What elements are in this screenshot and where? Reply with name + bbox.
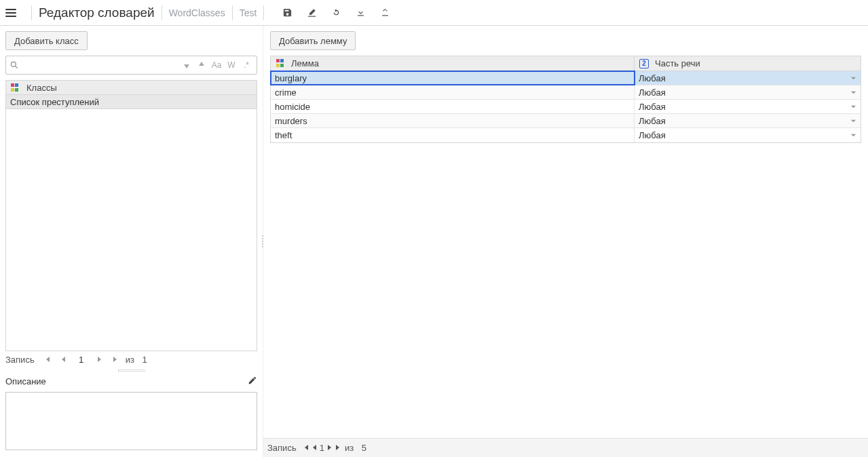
left-panel: Добавить класс Aa W .* Классы Список пре… [0,26,263,457]
erase-icon[interactable] [299,3,324,23]
breadcrumb-leaf[interactable]: Test [240,7,257,18]
chevron-down-icon[interactable] [850,73,856,83]
pager-of-prefix: из [126,355,134,365]
col-header-lemma-label: Лемма [291,58,319,68]
pager-next-button[interactable] [327,443,333,453]
class-row[interactable]: Список преступлений [6,95,257,108]
right-body [270,143,861,438]
lemma-cell[interactable]: homicide [271,100,635,113]
pager-first-button[interactable] [302,443,309,453]
lemma-cell[interactable]: theft [271,128,635,142]
lemma-cell[interactable]: burglary [271,71,635,85]
chevron-down-icon[interactable] [850,116,856,126]
breadcrumb-root[interactable]: WordClasses [169,7,225,18]
pos-value: Любая [639,87,666,98]
lemma-cell[interactable]: murders [271,114,635,127]
pager-first-button[interactable] [40,353,54,366]
sort-desc-button[interactable] [179,58,194,73]
pos-cell[interactable]: Любая [635,71,861,85]
match-case-toggle[interactable]: Aa [209,58,224,73]
col-header-lemma[interactable]: Лемма [271,56,635,71]
classes-body [5,109,257,351]
pos-cell[interactable]: Любая [635,114,861,127]
lemma-cell[interactable]: crime [271,85,635,99]
lemma-row[interactable]: theftЛюбая [271,128,861,142]
pager-next-button[interactable] [93,353,107,366]
lemma-table-header: Лемма 2 Часть речи [271,56,861,71]
pager-prev-button[interactable] [56,353,70,366]
whole-word-toggle[interactable]: W [224,58,239,73]
pos-cell[interactable]: Любая [635,128,861,142]
pos-value: Любая [639,116,666,126]
lemma-row[interactable]: burglaryЛюбая [271,71,861,85]
classes-header: Классы [5,80,257,95]
search-icon [6,60,22,70]
lemma-row[interactable]: homicideЛюбая [271,100,861,114]
col-header-pos[interactable]: 2 Часть речи [635,56,861,71]
add-lemma-button[interactable]: Добавить лемму [270,31,356,50]
pager-total: 5 [362,443,366,453]
pos-value: Любая [639,73,666,83]
menu-hamburger-icon[interactable] [5,5,20,20]
search-input[interactable] [22,60,176,71]
pager-label: Запись [5,355,35,365]
lemma-row[interactable]: murdersЛюбая [271,114,861,128]
right-panel: Добавить лемму Лемма 2 Часть речи burgla… [263,26,868,457]
description-label: Описание [5,376,46,386]
separator [232,5,233,20]
top-bar: Редактор словарей WordClasses Test [0,0,868,26]
pager-current: 1 [320,443,324,453]
pager-last-button[interactable] [109,353,123,366]
chevron-down-icon[interactable] [850,102,856,112]
content: Добавить класс Aa W .* Классы Список пре… [0,26,868,457]
add-class-button[interactable]: Добавить класс [5,31,88,50]
pager-label: Запись [267,443,297,453]
classes-header-label: Классы [26,83,57,93]
pager-current: 1 [73,355,90,365]
svg-point-0 [11,62,16,66]
classes-list: Список преступлений [5,95,257,109]
edit-description-button[interactable] [248,376,257,387]
pager-of-prefix: из [345,443,354,453]
pager-last-button[interactable] [335,443,342,453]
pager-total: 1 [143,355,147,365]
lemma-table: Лемма 2 Часть речи burglaryЛюбаяcrimeЛюб… [270,56,861,143]
horizontal-splitter[interactable] [5,367,257,373]
description-box[interactable] [5,392,257,450]
sort-asc-button[interactable] [194,58,209,73]
separator [162,5,162,20]
toolbar [275,3,397,23]
app-title: Редактор словарей [39,5,155,20]
search-bar: Aa W .* [5,56,257,75]
lemma-row[interactable]: crimeЛюбая [271,85,861,100]
separator [263,5,264,20]
regex-toggle[interactable]: .* [239,58,254,73]
pos-value: Любая [639,102,666,112]
pos-cell[interactable]: Любая [635,85,861,99]
pos-value: Любая [639,130,666,140]
col-header-pos-label: Часть речи [655,58,700,68]
chevron-down-icon[interactable] [850,130,856,140]
separator [31,5,32,20]
pos-cell[interactable]: Любая [635,100,861,113]
upload-icon[interactable] [373,3,397,23]
chevron-down-icon[interactable] [850,87,856,98]
left-pager: Запись 1 из 1 [5,351,257,367]
save-icon[interactable] [275,3,299,23]
col-index-badge: 2 [639,59,649,68]
pager-prev-button[interactable] [312,443,317,453]
refresh-icon[interactable] [324,3,348,23]
right-pager: Запись 1 из 5 [263,438,868,457]
grid-icon [275,59,286,68]
svg-line-1 [15,66,17,68]
grid-icon [10,83,21,92]
download-icon[interactable] [348,3,373,23]
